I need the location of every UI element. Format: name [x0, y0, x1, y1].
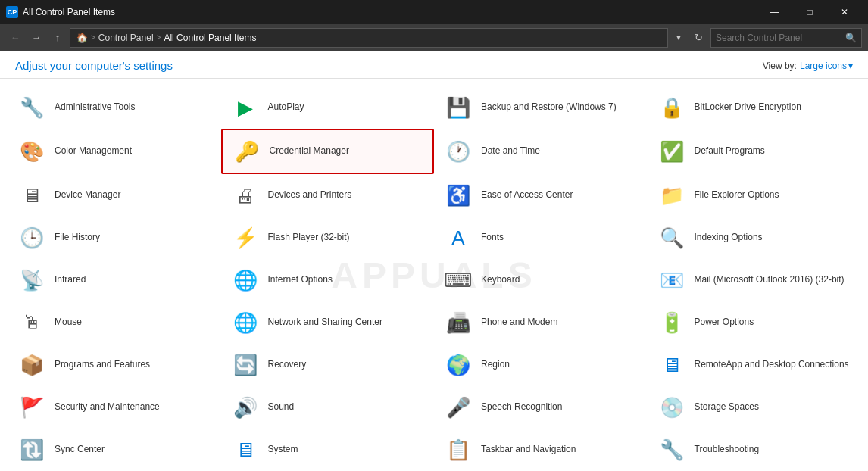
- control-item-indexing-options[interactable]: 🔍Indexing Options: [648, 217, 861, 259]
- remoteapp-label: RemoteApp and Desktop Connections: [695, 359, 849, 371]
- control-item-security-maintenance[interactable]: 🚩Security and Maintenance: [8, 386, 221, 429]
- indexing-options-label: Indexing Options: [695, 232, 763, 244]
- speech-recognition-label: Speech Recognition: [481, 401, 562, 413]
- troubleshooting-label: Troubleshooting: [695, 444, 760, 456]
- view-by-control: View by: Large icons ▾: [763, 61, 853, 71]
- recovery-label: Recovery: [268, 359, 307, 371]
- control-item-file-history[interactable]: 🕒File History: [8, 217, 221, 259]
- view-option-button[interactable]: Large icons ▾: [800, 61, 853, 71]
- search-input[interactable]: [716, 33, 842, 43]
- control-item-file-explorer[interactable]: 📁File Explorer Options: [648, 174, 861, 217]
- control-item-troubleshooting[interactable]: 🔧Troubleshooting: [648, 429, 861, 471]
- date-time-label: Date and Time: [481, 145, 540, 158]
- system-label: System: [268, 444, 298, 456]
- control-item-mouse[interactable]: 🖱Mouse: [8, 301, 221, 344]
- address-bar: ← → ↑ 🏠 > Control Panel > All Control Pa…: [0, 24, 868, 51]
- up-button[interactable]: ↑: [48, 29, 67, 47]
- file-history-icon: 🕒: [17, 223, 47, 253]
- control-item-programs-features[interactable]: 📦Programs and Features: [8, 344, 221, 386]
- remoteapp-icon: 🖥: [657, 350, 687, 380]
- control-item-network-sharing[interactable]: 🌐Network and Sharing Center: [221, 301, 435, 344]
- power-options-label: Power Options: [695, 317, 754, 329]
- troubleshooting-icon: 🔧: [657, 435, 687, 465]
- flash-player-icon: ⚡: [230, 223, 261, 253]
- control-item-recovery[interactable]: 🔄Recovery: [221, 344, 435, 386]
- minimize-button[interactable]: —: [757, 0, 792, 24]
- programs-features-icon: 📦: [17, 350, 47, 380]
- phone-modem-icon: 📠: [443, 307, 473, 338]
- close-button[interactable]: ✕: [827, 0, 862, 24]
- view-dropdown-icon: ▾: [848, 61, 853, 71]
- control-item-flash-player[interactable]: ⚡Flash Player (32-bit): [221, 217, 435, 259]
- mouse-icon: 🖱: [17, 307, 47, 338]
- administrative-tools-icon: 🔧: [17, 92, 47, 123]
- security-maintenance-label: Security and Maintenance: [55, 401, 160, 413]
- control-item-sound[interactable]: 🔊Sound: [221, 386, 435, 429]
- autoplay-icon: ▶: [230, 92, 261, 123]
- bitlocker-label: BitLocker Drive Encryption: [695, 101, 801, 114]
- address-path[interactable]: 🏠 > Control Panel > All Control Panel It…: [70, 28, 668, 48]
- backup-restore-icon: 💾: [443, 92, 473, 123]
- path-dropdown-button[interactable]: ▼: [671, 28, 686, 48]
- control-item-devices-printers[interactable]: 🖨Devices and Printers: [221, 174, 435, 217]
- window-icon: CP: [6, 6, 18, 18]
- region-icon: 🌍: [443, 350, 473, 380]
- control-item-power-options[interactable]: 🔋Power Options: [648, 301, 861, 344]
- storage-spaces-label: Storage Spaces: [695, 401, 759, 413]
- title-bar: CP All Control Panel Items — □ ✕: [0, 0, 868, 24]
- mail-label: Mail (Microsoft Outlook 2016) (32-bit): [695, 274, 845, 286]
- backup-restore-label: Backup and Restore (Windows 7): [481, 101, 617, 114]
- default-programs-icon: ✅: [657, 136, 687, 167]
- control-item-ease-access[interactable]: ♿Ease of Access Center: [434, 174, 648, 217]
- credential-manager-label: Credential Manager: [270, 145, 349, 158]
- ease-access-icon: ♿: [443, 180, 473, 211]
- control-item-color-management[interactable]: 🎨Color Management: [8, 129, 221, 174]
- forward-button[interactable]: →: [27, 29, 45, 47]
- sound-icon: 🔊: [230, 392, 261, 423]
- window-controls: — □ ✕: [757, 0, 862, 24]
- control-item-mail[interactable]: 📧Mail (Microsoft Outlook 2016) (32-bit): [648, 259, 861, 301]
- internet-options-icon: 🌐: [230, 265, 261, 295]
- control-item-internet-options[interactable]: 🌐Internet Options: [221, 259, 435, 301]
- administrative-tools-label: Administrative Tools: [55, 101, 136, 114]
- control-item-keyboard[interactable]: ⌨Keyboard: [434, 259, 648, 301]
- maximize-button[interactable]: □: [792, 0, 827, 24]
- file-history-label: File History: [55, 232, 100, 244]
- items-area: APPUALS 🔧Administrative Tools▶AutoPlay💾B…: [0, 79, 868, 471]
- path-current: All Control Panel Items: [164, 33, 256, 43]
- control-item-remoteapp[interactable]: 🖥RemoteApp and Desktop Connections: [648, 344, 861, 386]
- control-item-default-programs[interactable]: ✅Default Programs: [648, 129, 861, 174]
- search-box[interactable]: 🔍: [710, 28, 862, 48]
- control-item-bitlocker[interactable]: 🔒BitLocker Drive Encryption: [648, 86, 861, 129]
- refresh-button[interactable]: ↻: [689, 29, 707, 47]
- search-icon[interactable]: 🔍: [845, 33, 857, 43]
- network-sharing-label: Network and Sharing Center: [268, 317, 382, 329]
- control-item-credential-manager[interactable]: 🔑Credential Manager: [221, 129, 435, 174]
- color-management-icon: 🎨: [17, 136, 47, 167]
- control-item-device-manager[interactable]: 🖥Device Manager: [8, 174, 221, 217]
- view-by-label: View by:: [763, 61, 797, 71]
- control-item-taskbar-navigation[interactable]: 📋Taskbar and Navigation: [434, 429, 648, 471]
- control-item-autoplay[interactable]: ▶AutoPlay: [221, 86, 435, 129]
- control-item-infrared[interactable]: 📡Infrared: [8, 259, 221, 301]
- sync-center-label: Sync Center: [55, 444, 105, 456]
- control-item-region[interactable]: 🌍Region: [434, 344, 648, 386]
- control-item-fonts[interactable]: AFonts: [434, 217, 648, 259]
- control-item-administrative-tools[interactable]: 🔧Administrative Tools: [8, 86, 221, 129]
- control-item-backup-restore[interactable]: 💾Backup and Restore (Windows 7): [434, 86, 648, 129]
- control-item-system[interactable]: 🖥System: [221, 429, 435, 471]
- control-item-date-time[interactable]: 🕐Date and Time: [434, 129, 648, 174]
- autoplay-label: AutoPlay: [268, 101, 304, 114]
- control-item-speech-recognition[interactable]: 🎤Speech Recognition: [434, 386, 648, 429]
- window-title: All Control Panel Items: [23, 7, 757, 17]
- file-explorer-icon: 📁: [657, 180, 687, 211]
- recovery-icon: 🔄: [230, 350, 261, 380]
- infrared-label: Infrared: [55, 274, 86, 286]
- speech-recognition-icon: 🎤: [443, 392, 473, 423]
- storage-spaces-icon: 💿: [657, 392, 687, 423]
- control-item-storage-spaces[interactable]: 💿Storage Spaces: [648, 386, 861, 429]
- date-time-icon: 🕐: [443, 136, 473, 167]
- control-item-sync-center[interactable]: 🔃Sync Center: [8, 429, 221, 471]
- control-item-phone-modem[interactable]: 📠Phone and Modem: [434, 301, 648, 344]
- back-button[interactable]: ←: [6, 29, 24, 47]
